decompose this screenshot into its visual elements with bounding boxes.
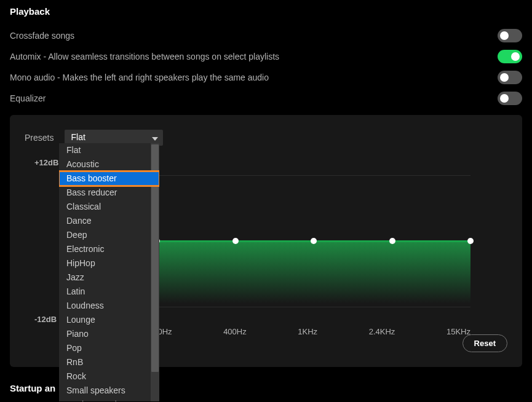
preset-option[interactable]: Bass booster: [59, 171, 159, 186]
preset-option[interactable]: Bass reducer: [59, 186, 159, 200]
label-crossfade: Crossfade songs: [10, 31, 498, 41]
preset-option[interactable]: Classical: [59, 200, 159, 214]
toggle-crossfade[interactable]: [498, 29, 522, 42]
preset-option[interactable]: Spoken word: [59, 398, 159, 401]
preset-option[interactable]: Dance: [59, 214, 159, 228]
preset-option[interactable]: Rock: [59, 369, 159, 384]
eq-slider-handle[interactable]: [232, 238, 239, 244]
preset-option[interactable]: Pop: [59, 341, 159, 355]
preset-dropdown-list: FlatAcousticBass boosterBass reducerClas…: [59, 143, 159, 401]
preset-option[interactable]: Small speakers: [59, 384, 159, 398]
equalizer-panel: Presets Flat FlatAcousticBass boosterBas…: [10, 115, 522, 367]
preset-option[interactable]: Electronic: [59, 242, 159, 256]
eq-slider-handle[interactable]: [467, 238, 474, 244]
eq-y-top: +12dB: [34, 158, 58, 167]
eq-x-label: 400Hz: [223, 327, 247, 336]
label-mono: Mono audio - Makes the left and right sp…: [10, 73, 498, 82]
preset-option[interactable]: Piano: [59, 327, 159, 341]
eq-slider-handle[interactable]: [389, 238, 395, 244]
eq-y-bot: -12dB: [34, 315, 57, 324]
preset-option[interactable]: Acoustic: [59, 157, 159, 171]
setting-row-mono: Mono audio - Makes the left and right sp…: [10, 67, 522, 88]
toggle-knob: [500, 73, 509, 82]
preset-option[interactable]: Loudness: [59, 299, 159, 313]
section-title-playback: Playback: [10, 6, 522, 17]
toggle-equalizer[interactable]: [498, 92, 522, 105]
preset-option[interactable]: Jazz: [59, 270, 159, 285]
setting-row-crossfade: Crossfade songs: [10, 25, 522, 46]
label-equalizer: Equalizer: [10, 93, 498, 103]
preset-option[interactable]: RnB: [59, 355, 159, 369]
reset-button[interactable]: Reset: [463, 334, 507, 352]
setting-row-automix: Automix - Allow seamless transitions bet…: [10, 46, 522, 67]
preset-option[interactable]: Latin: [59, 285, 159, 299]
preset-option[interactable]: Deep: [59, 228, 159, 242]
preset-dropdown[interactable]: FlatAcousticBass boosterBass reducerClas…: [59, 143, 159, 401]
toggle-mono[interactable]: [498, 71, 522, 84]
setting-row-equalizer: Equalizer: [10, 88, 522, 109]
toggle-knob: [500, 31, 509, 40]
label-automix: Automix - Allow seamless transitions bet…: [10, 52, 498, 61]
toggle-knob: [511, 52, 520, 61]
eq-x-label: 2.4KHz: [369, 327, 395, 336]
toggle-automix[interactable]: [498, 50, 522, 63]
eq-slider-handle[interactable]: [311, 238, 317, 244]
toggle-knob: [500, 94, 509, 103]
presets-label: Presets: [25, 133, 54, 143]
preset-option[interactable]: Lounge: [59, 313, 159, 327]
eq-x-label: 1KHz: [298, 327, 317, 336]
preset-option[interactable]: Flat: [59, 143, 159, 157]
preset-option[interactable]: HipHop: [59, 256, 159, 270]
